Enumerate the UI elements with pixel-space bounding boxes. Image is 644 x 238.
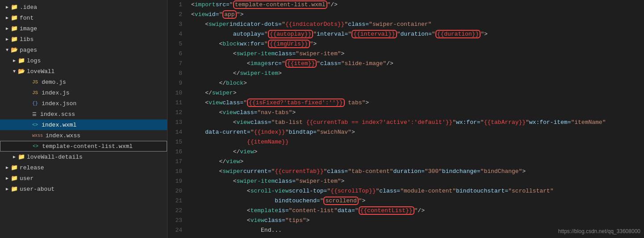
code-line-19: <swiper-item class="swiper-item" > <box>191 176 644 186</box>
folder-icon: 📁 <box>11 175 18 182</box>
sidebar-item-label: index.scss <box>40 111 75 118</box>
folder-icon: 📂 <box>11 46 18 53</box>
code-line-21: bindtouchend="scrollend" > <box>191 196 644 206</box>
code-line-10: </swiper > <box>191 88 644 98</box>
js-icon: JS <box>32 79 38 85</box>
sidebar-item-logs[interactable]: 📁 logs <box>0 55 167 66</box>
line-num-12: 12 <box>171 108 182 118</box>
code-line-4: autoplay="{{autoplay}}" interval="{{inte… <box>191 29 644 39</box>
line-num-1: 1 <box>171 0 182 10</box>
sidebar-item-lovewall-details[interactable]: 📁 loveWall-details <box>0 152 167 162</box>
arrow-icon <box>4 36 11 43</box>
line-num-16: 16 <box>171 147 182 157</box>
wxml-icon: <> <box>33 144 38 149</box>
code-line-18: <swiper current="{{currentTab}}" class="… <box>191 167 644 176</box>
folder-icon: 📁 <box>18 57 25 64</box>
wxss-icon: wxss <box>32 133 43 138</box>
line-num-24: 24 <box>171 226 182 235</box>
line-num-5: 5 <box>171 39 182 49</box>
sidebar-item-label: user-about <box>20 186 54 193</box>
arrow-icon <box>11 68 18 75</box>
line-num-9: 9 <box>171 78 182 88</box>
code-line-7: <image src="{{item}}" class="slide-image… <box>191 59 644 69</box>
code-line-1: <import src="template-content-list.wxml"… <box>191 0 644 10</box>
code-editor: 1 2 3 4 5 6 7 8 9 10 11 12 13 14 15 16 1… <box>167 0 644 238</box>
line-num-13: 13 <box>171 118 182 127</box>
sidebar-item-lovewall[interactable]: 📂 loveWall <box>0 66 167 77</box>
line-numbers: 1 2 3 4 5 6 7 8 9 10 11 12 13 14 15 16 1… <box>167 0 188 238</box>
folder-icon: 📁 <box>11 185 18 193</box>
sidebar-item-label: index.json <box>42 100 76 107</box>
sidebar-item-label: libs <box>20 36 33 43</box>
spacer <box>25 89 32 96</box>
arrow-icon <box>11 153 18 160</box>
sidebar-item-release[interactable]: 📁 release <box>0 162 167 173</box>
js-icon: JS <box>32 90 38 95</box>
code-line-16: </view > <box>191 147 644 157</box>
code-line-22: <template is="content-list" data="{{cont… <box>191 206 644 216</box>
sidebar-item-index-wxml[interactable]: <> index.wxml <box>0 119 167 130</box>
line-num-21: 21 <box>171 196 182 206</box>
code-line-20: <scroll-view scroll-top="{{scrollTop}}" … <box>191 186 644 196</box>
arrow-icon <box>4 25 11 32</box>
sidebar-item-font[interactable]: 📁 font <box>0 12 167 23</box>
line-num-17: 17 <box>171 157 182 167</box>
code-line-13: <view class="tab-list {{currentTab == in… <box>191 118 644 127</box>
spacer <box>25 111 32 118</box>
line-num-3: 3 <box>171 20 182 29</box>
arrow-icon <box>11 57 18 64</box>
sidebar-item-index-wxss[interactable]: wxss index.wxss <box>0 130 167 141</box>
watermark: https://blog.csdn.net/qq_33608000 <box>558 228 640 234</box>
code-line-14: data-current="{{index}}" bindtap="swichN… <box>191 127 644 137</box>
line-num-14: 14 <box>171 127 182 137</box>
sidebar-item-label: font <box>20 15 33 21</box>
spacer <box>25 132 32 139</box>
css-icon: ☰ <box>32 111 37 117</box>
code-line-23: <view class="tips" > <box>191 216 644 226</box>
sidebar-item-label: index.wxml <box>42 122 76 128</box>
sidebar: 📁 .idea 📁 font 📁 image 📁 libs 📂 pages <box>0 0 167 238</box>
code-line-17: </view > <box>191 157 644 167</box>
code-line-5: <block wx:for="{{imgUrls}}" > <box>191 39 644 49</box>
line-num-4: 4 <box>171 29 182 39</box>
folder-icon: 📁 <box>18 153 25 160</box>
sidebar-item-label: image <box>20 25 37 32</box>
sidebar-item-idea[interactable]: 📁 .idea <box>0 2 167 12</box>
code-line-12: <view class="nav-tabs" > <box>191 108 644 118</box>
line-num-15: 15 <box>171 137 182 147</box>
sidebar-item-index-js[interactable]: JS index.js <box>0 87 167 98</box>
line-num-8: 8 <box>171 69 182 78</box>
code-line-2: <view id="app" > <box>191 10 644 20</box>
sidebar-item-index-json[interactable]: {} index.json <box>0 98 167 109</box>
arrow-icon <box>4 46 11 53</box>
sidebar-item-label: loveWall-details <box>27 154 83 160</box>
sidebar-item-image[interactable]: 📁 image <box>0 23 167 34</box>
code-line-3: <swiper indicator-dots="{{indicatorDots}… <box>191 20 644 29</box>
sidebar-item-label: pages <box>20 47 37 53</box>
arrow-icon <box>4 14 11 21</box>
sidebar-item-label: user <box>20 175 33 182</box>
arrow-icon <box>4 185 11 193</box>
sidebar-item-template-wxml[interactable]: <> template-content-list.wxml <box>0 141 167 152</box>
code-line-9: </block > <box>191 78 644 88</box>
folder-icon: 📁 <box>11 36 18 43</box>
line-num-18: 18 <box>171 167 182 176</box>
sidebar-item-label: loveWall <box>27 68 54 75</box>
spacer <box>25 78 32 86</box>
arrow-icon <box>4 175 11 182</box>
spacer <box>25 143 33 150</box>
sidebar-item-pages[interactable]: 📂 pages <box>0 45 167 55</box>
folder-icon: 📁 <box>11 14 18 21</box>
sidebar-item-user[interactable]: 📁 user <box>0 173 167 184</box>
file-tree: 📁 .idea 📁 font 📁 image 📁 libs 📂 pages <box>0 0 167 238</box>
sidebar-item-index-scss[interactable]: ☰ index.scss <box>0 109 167 119</box>
sidebar-item-label: logs <box>27 57 41 64</box>
code-line-15: {{itemName}} <box>191 137 644 147</box>
sidebar-item-user-about[interactable]: 📁 user-about <box>0 184 167 194</box>
sidebar-item-label: demo.js <box>42 79 66 86</box>
sidebar-item-demo-js[interactable]: JS demo.js <box>0 77 167 87</box>
sidebar-item-label: .idea <box>20 4 37 11</box>
sidebar-item-libs[interactable]: 📁 libs <box>0 34 167 45</box>
code-line-8: </swiper-item > <box>191 69 644 78</box>
sidebar-item-label: index.js <box>42 90 69 96</box>
